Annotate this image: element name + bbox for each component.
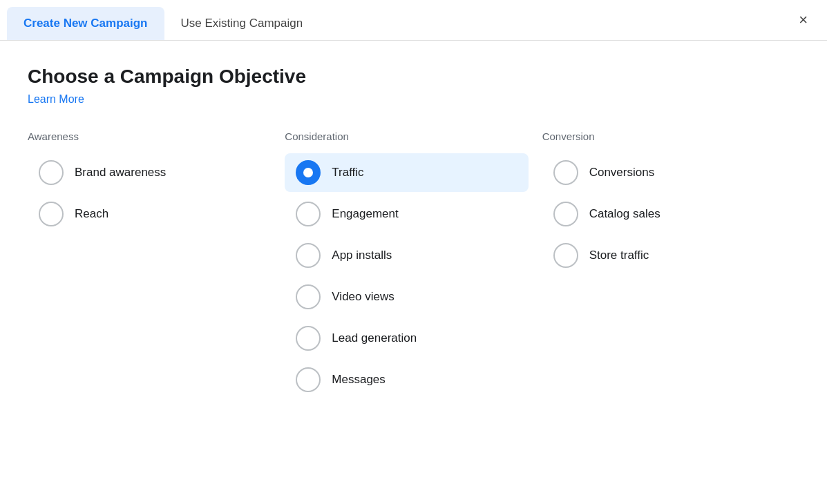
option-row-conversions[interactable]: Conversions (542, 153, 786, 192)
modal-container: Create New Campaign Use Existing Campaig… (0, 0, 827, 504)
option-row-reach[interactable]: Reach (28, 195, 271, 233)
option-label-reach: Reach (75, 207, 108, 221)
option-label-video-views: Video views (332, 290, 394, 304)
option-row-traffic[interactable]: Traffic (285, 153, 528, 192)
column-conversion: ConversionConversionsCatalog salesStore … (542, 130, 799, 402)
radio-traffic (296, 160, 321, 185)
option-label-brand-awareness: Brand awareness (75, 166, 166, 180)
option-label-app-installs: App installs (332, 249, 392, 262)
tab-create-new-campaign[interactable]: Create New Campaign (7, 7, 164, 40)
column-label-awareness: Awareness (28, 130, 271, 142)
radio-engagement (296, 202, 321, 226)
option-label-traffic: Traffic (332, 166, 363, 180)
column-label-consideration: Consideration (285, 130, 528, 142)
option-label-conversions: Conversions (589, 166, 655, 180)
modal-content: Choose a Campaign Objective Learn More A… (0, 41, 827, 429)
option-label-catalog-sales: Catalog sales (589, 207, 660, 221)
radio-video-views (296, 284, 321, 309)
radio-catalog-sales (553, 202, 578, 226)
column-consideration: ConsiderationTrafficEngagementApp instal… (285, 130, 542, 402)
option-row-catalog-sales[interactable]: Catalog sales (542, 195, 786, 233)
objectives-grid: AwarenessBrand awarenessReachConsiderati… (28, 130, 799, 402)
radio-messages (296, 367, 321, 392)
radio-lead-generation (296, 326, 321, 351)
option-label-messages: Messages (332, 373, 385, 387)
tab-use-existing-campaign[interactable]: Use Existing Campaign (164, 7, 320, 40)
option-row-brand-awareness[interactable]: Brand awareness (28, 153, 271, 192)
option-row-lead-generation[interactable]: Lead generation (285, 319, 528, 358)
radio-store-traffic (553, 243, 578, 268)
option-label-store-traffic: Store traffic (589, 249, 649, 262)
option-row-messages[interactable]: Messages (285, 360, 528, 399)
radio-brand-awareness (39, 160, 64, 185)
option-label-lead-generation: Lead generation (332, 331, 417, 345)
option-row-app-installs[interactable]: App installs (285, 236, 528, 275)
close-button[interactable]: × (793, 10, 813, 30)
modal-header: Create New Campaign Use Existing Campaig… (0, 0, 827, 41)
radio-inner-traffic (303, 168, 313, 177)
radio-app-installs (296, 243, 321, 268)
option-row-store-traffic[interactable]: Store traffic (542, 236, 786, 275)
radio-conversions (553, 160, 578, 185)
page-title: Choose a Campaign Objective (28, 66, 799, 88)
learn-more-link[interactable]: Learn More (28, 93, 84, 105)
radio-reach (39, 202, 64, 226)
option-label-engagement: Engagement (332, 207, 398, 221)
column-awareness: AwarenessBrand awarenessReach (28, 130, 285, 402)
column-label-conversion: Conversion (542, 130, 786, 142)
option-row-engagement[interactable]: Engagement (285, 195, 528, 233)
option-row-video-views[interactable]: Video views (285, 278, 528, 316)
